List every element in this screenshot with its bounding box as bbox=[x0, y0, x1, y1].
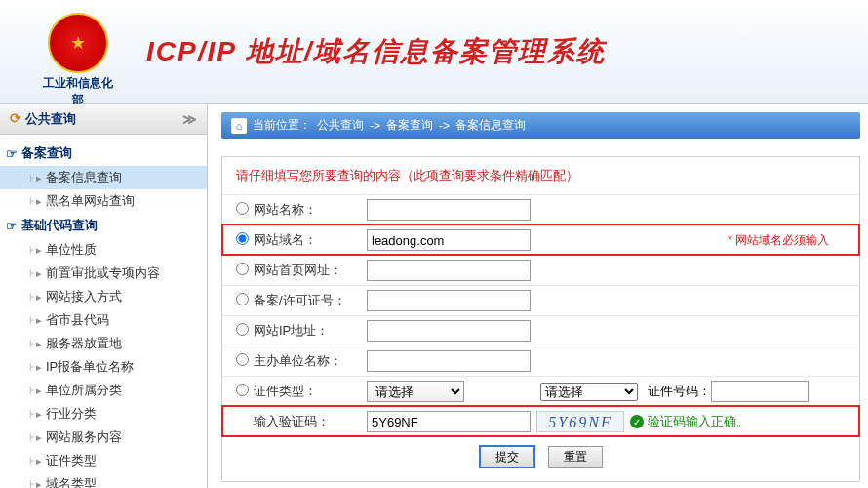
input-homepage[interactable] bbox=[367, 260, 531, 281]
label-domain: 网站域名： bbox=[254, 231, 367, 249]
captcha-status: ✓验证码输入正确。 bbox=[630, 413, 749, 430]
tree-branch-icon: ⊦ bbox=[29, 361, 35, 374]
tree-branch-icon: ⊦ bbox=[29, 385, 35, 397]
input-cert-no[interactable] bbox=[711, 381, 809, 402]
submit-button[interactable]: 提交 bbox=[480, 446, 534, 468]
radio-domain[interactable] bbox=[236, 232, 249, 245]
input-ip[interactable] bbox=[367, 320, 531, 342]
tree-item[interactable]: ⊦▸前置审批或专项内容 bbox=[0, 262, 207, 285]
breadcrumb-label: 当前位置： bbox=[253, 117, 311, 134]
tree-item[interactable]: ⊦▸单位性质 bbox=[0, 238, 207, 262]
page-header: ★ 工业和信息化部 ICP/IP 地址/域名信息备案管理系统 bbox=[0, 0, 868, 104]
row-ip: 网站IP地址： bbox=[222, 315, 859, 346]
input-captcha[interactable] bbox=[367, 411, 531, 432]
tree-item[interactable]: ⊦▸行业分类 bbox=[0, 402, 207, 426]
form-hint: 请仔细填写您所要查询的内容（此项查询要求条件精确匹配） bbox=[222, 157, 859, 194]
label-ip: 网站IP地址： bbox=[254, 322, 367, 340]
row-license: 备案/许可证号： bbox=[222, 285, 859, 315]
sidebar-section-title: 公共查询 bbox=[25, 111, 76, 126]
row-domain: 网站域名： * 网站域名必须输入 bbox=[222, 224, 859, 255]
nav-tree: ☞备案查询 ⊦▸备案信息查询 ⊦▸黑名单网站查询 ☞基础代码查询 ⊦▸单位性质 … bbox=[0, 135, 207, 488]
arrow-right-icon: ▸ bbox=[36, 431, 42, 444]
input-domain[interactable] bbox=[367, 229, 531, 251]
arrow-right-icon: ▸ bbox=[36, 195, 42, 208]
tree-branch-icon: ⊦ bbox=[29, 455, 35, 468]
label-license: 备案/许可证号： bbox=[254, 292, 367, 309]
label-homepage: 网站首页网址： bbox=[254, 262, 367, 279]
tree-item[interactable]: ⊦▸IP报备单位名称 bbox=[0, 355, 207, 379]
input-site-name[interactable] bbox=[367, 199, 531, 221]
hand-icon: ☞ bbox=[6, 146, 18, 161]
radio-site-name[interactable] bbox=[236, 202, 249, 215]
tree-item-blacklist[interactable]: ⊦▸黑名单网站查询 bbox=[0, 189, 207, 213]
input-license[interactable] bbox=[367, 290, 531, 311]
tree-branch-icon: ⊦ bbox=[29, 314, 35, 327]
breadcrumb-link[interactable]: 公共查询 bbox=[317, 117, 364, 134]
label-sponsor: 主办单位名称： bbox=[254, 352, 367, 370]
tree-item[interactable]: ⊦▸网站接入方式 bbox=[0, 285, 207, 308]
row-cert-type: 证件类型： 请选择 请选择 证件号码： bbox=[222, 376, 859, 406]
radio-ip[interactable] bbox=[236, 323, 249, 336]
arrow-right-icon: ▸ bbox=[36, 267, 42, 280]
captcha-image[interactable]: 5Y69NF bbox=[536, 411, 624, 432]
breadcrumb-link[interactable]: 备案查询 bbox=[386, 117, 433, 134]
tree-item[interactable]: ⊦▸单位所属分类 bbox=[0, 379, 207, 402]
row-site-name: 网站名称： bbox=[222, 194, 859, 224]
arrow-right-icon: ▸ bbox=[36, 478, 42, 489]
arrow-right-icon: ▸ bbox=[36, 385, 42, 397]
radio-cert-type[interactable] bbox=[236, 384, 249, 396]
select-cert-type-1[interactable]: 请选择 bbox=[367, 381, 464, 402]
label-captcha: 输入验证码： bbox=[254, 413, 367, 430]
label-cert-type: 证件类型： bbox=[254, 383, 367, 400]
sidebar: ⟳ 公共查询 ≫ ☞备案查询 ⊦▸备案信息查询 ⊦▸黑名单网站查询 ☞基础代码查… bbox=[0, 104, 208, 488]
tree-branch-icon: ⊦ bbox=[29, 478, 35, 489]
sidebar-header[interactable]: ⟳ 公共查询 ≫ bbox=[0, 104, 207, 135]
arrow-right-icon: ▸ bbox=[36, 172, 42, 184]
hand-icon: ☞ bbox=[6, 219, 18, 233]
radio-license[interactable] bbox=[236, 293, 249, 305]
arrow-right-icon: ▸ bbox=[36, 338, 42, 350]
main-content: ⌂ 当前位置： 公共查询 -> 备案查询 -> 备案信息查询 请仔细填写您所要查… bbox=[208, 104, 868, 488]
tree-category-backup[interactable]: ☞备案查询 bbox=[0, 141, 207, 166]
required-note: * 网站域名必须输入 bbox=[728, 232, 829, 249]
button-row: 提交 重置 bbox=[222, 436, 859, 468]
org-name: 工业和信息化部 bbox=[39, 75, 117, 108]
arrow-right-icon: ▸ bbox=[36, 408, 42, 421]
row-sponsor: 主办单位名称： bbox=[222, 346, 859, 376]
tree-branch-icon: ⊦ bbox=[29, 338, 35, 350]
tree-branch-icon: ⊦ bbox=[29, 195, 35, 208]
tree-branch-icon: ⊦ bbox=[29, 431, 35, 444]
national-emblem: ★ 工业和信息化部 bbox=[39, 13, 117, 91]
breadcrumb-current: 备案信息查询 bbox=[455, 117, 526, 134]
tree-item[interactable]: ⊦▸域名类型 bbox=[0, 472, 207, 488]
tree-branch-icon: ⊦ bbox=[29, 267, 35, 280]
system-title: ICP/IP 地址/域名信息备案管理系统 bbox=[146, 33, 606, 70]
tree-item[interactable]: ⊦▸网站服务内容 bbox=[0, 426, 207, 449]
select-cert-type-2[interactable]: 请选择 bbox=[540, 383, 638, 401]
collapse-icon[interactable]: ≫ bbox=[182, 111, 197, 127]
home-icon[interactable]: ⌂ bbox=[231, 118, 247, 134]
radio-sponsor[interactable] bbox=[236, 353, 249, 366]
tree-category-basecode[interactable]: ☞基础代码查询 bbox=[0, 213, 207, 238]
query-form: 请仔细填写您所要查询的内容（此项查询要求条件精确匹配） 网站名称： 网站域名： … bbox=[221, 156, 860, 482]
input-sponsor[interactable] bbox=[367, 350, 531, 372]
arrow-right-icon: ▸ bbox=[36, 361, 42, 374]
tree-item[interactable]: ⊦▸证件类型 bbox=[0, 449, 207, 472]
row-homepage: 网站首页网址： bbox=[222, 255, 859, 285]
label-site-name: 网站名称： bbox=[254, 201, 367, 219]
radio-homepage[interactable] bbox=[236, 263, 249, 275]
tree-item[interactable]: ⊦▸省市县代码 bbox=[0, 308, 207, 332]
reset-button[interactable]: 重置 bbox=[548, 446, 603, 468]
row-captcha: 输入验证码： 5Y69NF ✓验证码输入正确。 bbox=[222, 406, 859, 436]
tree-item-backup-info[interactable]: ⊦▸备案信息查询 bbox=[0, 166, 207, 189]
breadcrumb: ⌂ 当前位置： 公共查询 -> 备案查询 -> 备案信息查询 bbox=[221, 112, 860, 139]
tree-branch-icon: ⊦ bbox=[29, 291, 35, 304]
tree-branch-icon: ⊦ bbox=[29, 172, 35, 184]
refresh-icon[interactable]: ⟳ bbox=[10, 110, 21, 126]
tree-item[interactable]: ⊦▸服务器放置地 bbox=[0, 332, 207, 355]
tree-branch-icon: ⊦ bbox=[29, 408, 35, 421]
label-cert-no: 证件号码： bbox=[648, 383, 711, 400]
arrow-right-icon: ▸ bbox=[36, 455, 42, 468]
check-icon: ✓ bbox=[630, 415, 644, 428]
arrow-right-icon: ▸ bbox=[36, 314, 42, 327]
